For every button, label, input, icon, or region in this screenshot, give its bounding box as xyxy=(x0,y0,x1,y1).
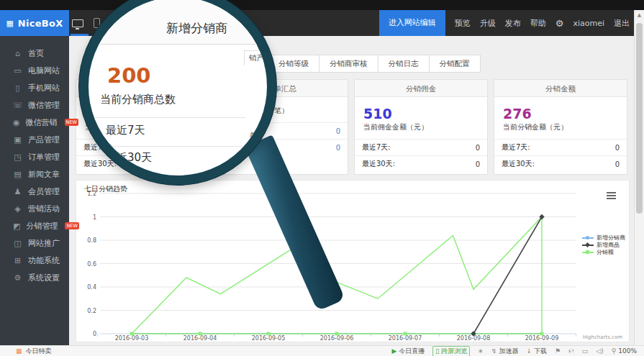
svg-text:2016-09-04: 2016-09-04 xyxy=(183,335,217,342)
lens-card-value: 200 xyxy=(107,63,151,88)
card-label: 当前分销金额（元） xyxy=(503,122,627,132)
sidebar-item-dist[interactable]: ◩分销管理NEW xyxy=(0,217,69,234)
sidebar-item-label: 电脑网站 xyxy=(28,65,60,76)
scrollbar-thumb[interactable] xyxy=(636,23,643,214)
legend-item[interactable]: 分销额 xyxy=(582,248,625,255)
statusbar-fan[interactable]: ∗ xyxy=(478,347,484,355)
tag-icon: ◈ xyxy=(13,204,22,214)
sidebar-item-home[interactable]: ⌂首页 xyxy=(0,45,69,62)
statusbar-flag[interactable]: ⚑ xyxy=(555,347,561,355)
sidebar-item-wechat[interactable]: ☏微信管理 xyxy=(0,96,69,114)
sidebar-item-member[interactable]: ♟会员管理 xyxy=(0,183,69,200)
product-icon: ▣ xyxy=(13,135,22,145)
tab-3[interactable]: 分销商审核 xyxy=(319,55,378,73)
status-bar: ▦ 今日特卖 ▶今日直播▯跨屏浏览∗↯加速器↓下载⚑℮▭◁)⚲100% xyxy=(0,345,644,356)
sidebar-item-order[interactable]: ◳订单管理 xyxy=(0,148,69,165)
trend-chart-panel: 七日分销趋势 00.20.40.60.811.22016-09-032016-0… xyxy=(76,180,630,342)
help-link[interactable]: 帮助 xyxy=(530,18,546,29)
statusbar-speaker[interactable]: ◁) xyxy=(596,347,603,355)
member-icon: ♟ xyxy=(13,187,22,196)
vertical-scrollbar[interactable]: ▲ xyxy=(634,10,644,345)
card-value: 276 xyxy=(503,106,627,122)
tab-2[interactable]: 分销等级 xyxy=(268,55,319,73)
statusbar-label: 100% xyxy=(618,347,637,355)
stat-value: 0 xyxy=(615,144,620,152)
svg-text:2016-09-03: 2016-09-03 xyxy=(115,335,149,342)
username[interactable]: xiaomei xyxy=(573,19,604,28)
logout-link[interactable]: 退出 xyxy=(614,18,630,29)
svg-text:0.4: 0.4 xyxy=(87,284,96,291)
active-device-indicator xyxy=(71,34,89,36)
sidebar-item-label: 微信管理 xyxy=(28,100,60,111)
card-stat-row: 最近30天:0 xyxy=(494,155,627,172)
statusbar-accelerator[interactable]: ↯加速器 xyxy=(491,347,519,356)
grid-icon: ▦ xyxy=(6,19,13,27)
sidebar-item-label: 首页 xyxy=(28,48,44,59)
sidebar: ⌂首页▭电脑网站▯手机网站☏微信管理◉微信营销NEW▣产品管理◳订单管理▤新闻文… xyxy=(0,36,69,345)
sidebar-item-settings[interactable]: ⚙系统设置 xyxy=(0,269,69,286)
card-stat-row: 最近7天:0 xyxy=(355,139,487,155)
lens-divider xyxy=(89,146,253,147)
gear-icon[interactable]: ⚙ xyxy=(555,18,564,29)
lens-row-7days: 最近7天 xyxy=(106,124,145,137)
svg-text:2016-09-09: 2016-09-09 xyxy=(525,335,559,342)
line-chart: 00.20.40.60.811.22016-09-032016-09-04201… xyxy=(76,181,629,342)
lens-tab-fragment: 销产品 xyxy=(244,50,276,65)
statusbar-label: 下载 xyxy=(534,347,547,356)
sidebar-item-wx-mkt[interactable]: ◉微信营销NEW xyxy=(0,114,69,131)
sidebar-item-system[interactable]: ⊞功能系统 xyxy=(0,252,69,269)
card-stat-row: 最近7天:0 xyxy=(494,139,627,155)
svg-text:2016-09-07: 2016-09-07 xyxy=(389,335,422,342)
chart-title: 七日分销趋势 xyxy=(84,184,127,194)
svg-text:0.8: 0.8 xyxy=(87,237,96,244)
monitor-icon: ▭ xyxy=(13,66,22,76)
statusbar-cross-screen[interactable]: ▯跨屏浏览 xyxy=(432,346,470,356)
lens-card-label: 当前分销商总数 xyxy=(100,93,176,106)
publish-link[interactable]: 发布 xyxy=(505,18,521,29)
gift-icon: ▦ xyxy=(16,347,22,355)
statusbar-zoom[interactable]: ⚲100% xyxy=(612,347,637,355)
preview-link[interactable]: 预览 xyxy=(455,18,471,29)
legend-item[interactable]: 新增商品 xyxy=(582,241,625,248)
stat-value: 0 xyxy=(476,144,480,152)
sidebar-item-label: 手机网站 xyxy=(28,83,60,93)
statusbar-browser[interactable]: ℮ xyxy=(568,347,574,355)
stat-key: 最近30天: xyxy=(83,159,117,169)
upgrade-link[interactable]: 升级 xyxy=(480,18,496,29)
wechat-icon: ☏ xyxy=(13,101,22,110)
enter-site-editor-button[interactable]: 进入网站编辑 xyxy=(379,10,445,36)
summary-card-4: 分销金额276当前分销金额（元）最近7天:0最近30天:0 xyxy=(494,79,627,175)
sidebar-item-mobile[interactable]: ▯手机网站 xyxy=(0,79,69,96)
niceb-dashboard: ▦ NiceBoX 进入网站编辑 预览 升级 发布 帮助 ⚙ xiaomei 退… xyxy=(0,0,644,356)
statusbar-window[interactable]: ▭ xyxy=(582,347,589,355)
tab-5[interactable]: 分销配置 xyxy=(429,55,481,73)
sidebar-item-pc-site[interactable]: ▭电脑网站 xyxy=(0,62,69,79)
statusbar-label: 加速器 xyxy=(499,347,518,356)
desktop-view-icon[interactable] xyxy=(72,19,83,27)
svg-text:0.6: 0.6 xyxy=(87,261,96,268)
sidebar-item-news[interactable]: ▤新闻文章 xyxy=(0,165,69,183)
sidebar-item-label: 订单管理 xyxy=(28,152,60,163)
square-marker-icon xyxy=(582,250,594,255)
home-icon: ⌂ xyxy=(13,49,22,58)
sidebar-item-label: 新闻文章 xyxy=(28,169,60,180)
lens-divider xyxy=(89,117,245,118)
scroll-up-icon[interactable]: ▲ xyxy=(635,10,644,18)
sidebar-item-activity[interactable]: ◈营销活动 xyxy=(0,200,69,217)
chart-context-menu-icon[interactable] xyxy=(607,192,616,201)
app-logo[interactable]: ▦ NiceBoX xyxy=(0,10,69,36)
statusbar-download[interactable]: ↓下载 xyxy=(526,347,547,356)
sidebar-item-promote[interactable]: ◫网站推广 xyxy=(0,234,69,252)
summary-card-3: 分销佣金510当前佣金金额（元）最近7天:0最近30天:0 xyxy=(354,79,488,175)
logo-text: NiceBoX xyxy=(18,18,63,29)
tab-4[interactable]: 分销日志 xyxy=(378,55,430,73)
today-sale-item[interactable]: ▦ 今日特卖 xyxy=(16,347,52,356)
settings-icon: ⚙ xyxy=(13,273,22,283)
sidebar-item-product[interactable]: ▣产品管理 xyxy=(0,131,69,148)
legend-item[interactable]: 新增分销商 xyxy=(582,234,625,241)
accelerator-icon: ↯ xyxy=(491,347,497,355)
statusbar-play[interactable]: ▶今日直播 xyxy=(391,347,425,356)
campaign-icon: ◉ xyxy=(13,118,20,127)
chart-legend: 新增分销商新增商品分销额 xyxy=(582,234,625,255)
circle-marker-icon xyxy=(582,235,594,240)
